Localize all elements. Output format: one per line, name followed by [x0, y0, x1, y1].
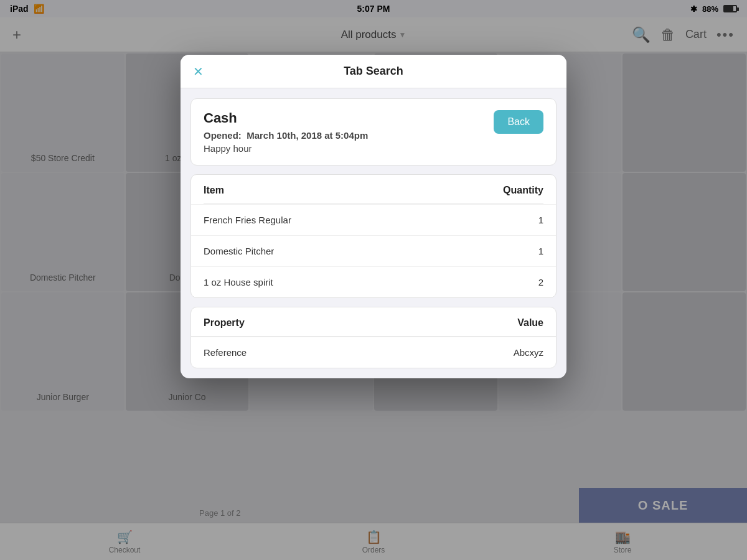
- opened-info: Opened: March 10th, 2018 at 5:04pm: [204, 130, 543, 141]
- properties-table-card: Property Value Reference Abcxyz: [190, 307, 557, 368]
- info-card: Cash Opened: March 10th, 2018 at 5:04pm …: [190, 98, 557, 166]
- item-quantity: 1: [538, 215, 543, 225]
- table-row: Reference Abcxyz: [191, 337, 556, 368]
- opened-label: Opened:: [204, 130, 242, 141]
- opened-value: March 10th, 2018 at 5:04pm: [247, 130, 368, 141]
- item-quantity: 1: [538, 246, 543, 256]
- property-value: Abcxyz: [514, 347, 543, 358]
- properties-table-header: Property Value: [191, 307, 556, 337]
- col-property-header: Property: [204, 317, 245, 329]
- property-key: Reference: [204, 347, 247, 358]
- modal-title: Tab Search: [344, 65, 403, 78]
- items-table-header: Item Quantity: [204, 185, 543, 204]
- modal-header: ✕ Tab Search: [181, 55, 566, 88]
- cash-title: Cash: [204, 110, 543, 126]
- table-row: Domestic Pitcher 1: [191, 235, 556, 266]
- close-button[interactable]: ✕: [193, 64, 204, 79]
- item-name: Domestic Pitcher: [204, 246, 274, 256]
- table-row: 1 oz House spirit 2: [191, 266, 556, 297]
- tab-note: Happy hour: [204, 143, 543, 154]
- item-name: 1 oz House spirit: [204, 277, 273, 287]
- col-quantity-header: Quantity: [503, 185, 543, 196]
- item-name: French Fries Regular: [204, 215, 291, 225]
- tab-search-modal: ✕ Tab Search Cash Opened: March 10th, 20…: [181, 55, 566, 378]
- modal-overlay: ✕ Tab Search Cash Opened: March 10th, 20…: [0, 0, 747, 560]
- item-quantity: 2: [538, 277, 543, 287]
- table-header-area: Item Quantity: [191, 175, 556, 204]
- back-button[interactable]: Back: [494, 110, 543, 134]
- col-item-header: Item: [204, 185, 224, 196]
- table-row: French Fries Regular 1: [191, 204, 556, 235]
- col-value-header: Value: [517, 317, 543, 329]
- items-table-card: Item Quantity French Fries Regular 1 Dom…: [190, 174, 557, 298]
- modal-body: Cash Opened: March 10th, 2018 at 5:04pm …: [181, 88, 566, 378]
